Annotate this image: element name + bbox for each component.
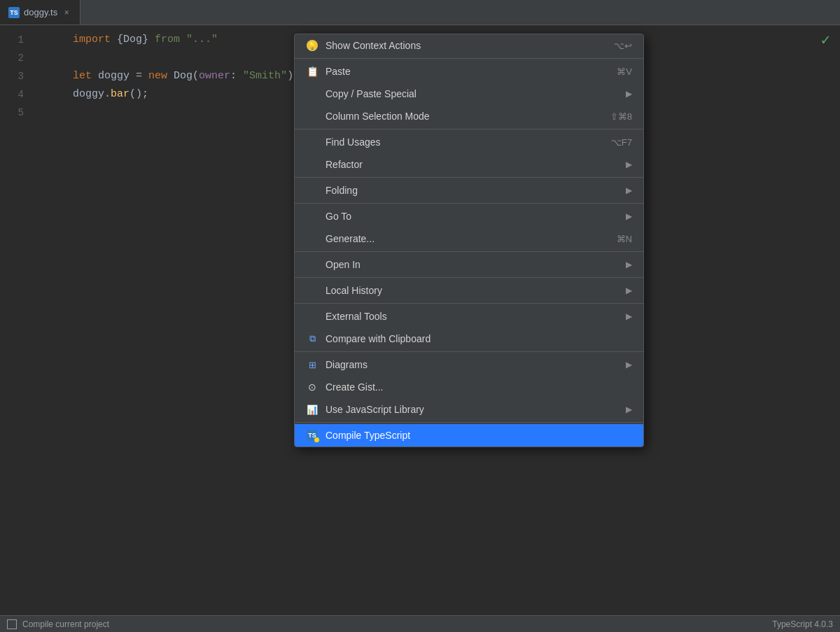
menu-shortcut-find-usages: ⌥F7 xyxy=(611,137,632,148)
menu-item-open-in[interactable]: Open In ▶ xyxy=(295,253,643,276)
lightbulb-icon: 💡 xyxy=(304,40,320,51)
menu-shortcut-show-context-actions: ⌥↩ xyxy=(614,41,632,51)
separator-7 xyxy=(295,303,643,304)
diagrams-icon: ⊞ xyxy=(304,360,320,370)
menu-label-compare-clipboard: Compare with Clipboard xyxy=(326,333,430,344)
menu-item-generate[interactable]: Generate... ⌘N xyxy=(295,227,643,250)
menu-label-find-usages: Find Usages xyxy=(326,136,381,148)
status-right-text: TypeScript 4.0.3 xyxy=(772,619,833,629)
separator-3 xyxy=(295,177,643,178)
line-number-4: 4 xyxy=(0,85,35,104)
menu-item-create-gist[interactable]: ⊙ Create Gist... xyxy=(295,376,643,398)
chart-icon: 📊 xyxy=(304,405,320,415)
menu-item-use-js-library[interactable]: 📊 Use JavaScript Library ▶ xyxy=(295,398,643,421)
clipboard-icon: 📋 xyxy=(304,66,320,77)
menu-label-column-selection: Column Selection Mode xyxy=(326,111,430,122)
separator-8 xyxy=(295,351,643,352)
separator-5 xyxy=(295,251,643,252)
menu-label-folding: Folding xyxy=(326,185,358,196)
menu-label-use-js-library: Use JavaScript Library xyxy=(326,404,424,415)
submenu-arrow-7: ▶ xyxy=(626,211,632,221)
menu-item-paste[interactable]: 📋 Paste ⌘V xyxy=(295,60,643,83)
menu-item-diagrams[interactable]: ⊞ Diagrams ▶ xyxy=(295,353,643,376)
compare-icon: ⧉ xyxy=(304,333,320,344)
menu-shortcut-column-selection: ⇧⌘8 xyxy=(610,111,632,122)
ts-file-icon: TS xyxy=(8,7,20,18)
separator-6 xyxy=(295,277,643,278)
menu-item-go-to[interactable]: Go To ▶ xyxy=(295,205,643,227)
submenu-arrow-10: ▶ xyxy=(626,286,632,295)
menu-item-find-usages[interactable]: Find Usages ⌥F7 xyxy=(295,131,643,153)
line-number-2: 2 xyxy=(0,49,35,67)
separator-2 xyxy=(295,129,643,129)
submenu-arrow-9: ▶ xyxy=(626,260,632,269)
menu-item-compile-typescript[interactable]: TS Compile TypeScript xyxy=(295,424,643,447)
menu-item-folding[interactable]: Folding ▶ xyxy=(295,179,643,202)
separator-1 xyxy=(295,58,643,59)
menu-label-open-in: Open In xyxy=(326,259,360,270)
menu-shortcut-generate: ⌘N xyxy=(617,234,632,244)
menu-shortcut-paste: ⌘V xyxy=(617,66,632,77)
menu-item-compare-clipboard[interactable]: ⧉ Compare with Clipboard xyxy=(295,328,643,350)
keyword-import: import xyxy=(73,34,117,45)
menu-label-diagrams: Diagrams xyxy=(326,359,368,370)
menu-item-column-selection[interactable]: Column Selection Mode ⇧⌘8 xyxy=(295,105,643,127)
submenu-arrow-5: ▶ xyxy=(626,160,632,169)
status-left: Compile current project xyxy=(7,619,109,629)
menu-item-local-history[interactable]: Local History ▶ xyxy=(295,279,643,302)
line-number-5: 5 xyxy=(0,104,35,122)
menu-label-show-context-actions: Show Context Actions xyxy=(326,40,421,51)
status-bar: Compile current project TypeScript 4.0.3 xyxy=(0,615,840,632)
line-number-1: 1 xyxy=(0,31,35,49)
menu-label-create-gist: Create Gist... xyxy=(326,381,383,393)
menu-label-local-history: Local History xyxy=(326,285,382,296)
menu-label-external-tools: External Tools xyxy=(326,311,387,322)
menu-label-copy-paste-special: Copy / Paste Special xyxy=(326,88,416,99)
submenu-arrow-6: ▶ xyxy=(626,185,632,195)
separator-4 xyxy=(295,203,643,204)
menu-label-compile-typescript: Compile TypeScript xyxy=(326,430,410,441)
menu-item-external-tools[interactable]: External Tools ▶ xyxy=(295,305,643,328)
menu-label-generate: Generate... xyxy=(326,233,374,244)
submenu-arrow-13: ▶ xyxy=(626,360,632,370)
status-left-text: Compile current project xyxy=(22,619,109,629)
line-number-3: 3 xyxy=(0,67,35,85)
menu-label-go-to: Go To xyxy=(326,211,351,222)
code-content-4: doggy.bar(); xyxy=(35,67,148,122)
submenu-arrow-11: ▶ xyxy=(626,311,632,321)
menu-item-refactor[interactable]: Refactor ▶ xyxy=(295,153,643,176)
submenu-arrow-15: ▶ xyxy=(626,405,632,414)
checkmark-indicator: ✓ xyxy=(821,31,830,50)
ts-compile-icon: TS xyxy=(304,430,320,441)
menu-item-copy-paste-special[interactable]: Copy / Paste Special ▶ xyxy=(295,83,643,105)
menu-label-refactor: Refactor xyxy=(326,159,363,170)
github-icon: ⊙ xyxy=(304,381,320,393)
menu-label-paste: Paste xyxy=(326,66,351,77)
menu-item-show-context-actions[interactable]: 💡 Show Context Actions ⌥↩ xyxy=(295,34,643,57)
submenu-arrow-2: ▶ xyxy=(626,89,632,99)
context-menu: 💡 Show Context Actions ⌥↩ 📋 Paste ⌘V Cop… xyxy=(294,34,644,447)
separator-9 xyxy=(295,422,643,423)
status-square-icon xyxy=(7,619,17,629)
